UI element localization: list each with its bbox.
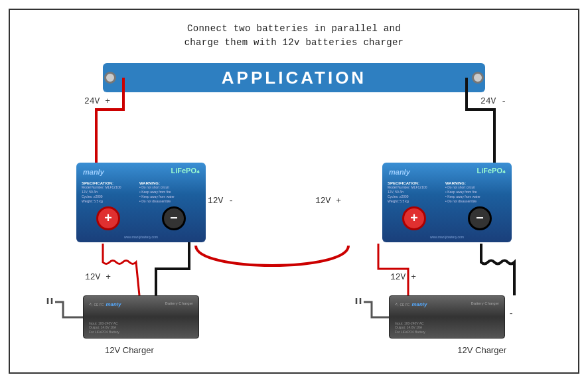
charger-label-right: 12V Charger xyxy=(457,345,506,355)
label-24v-minus: 24V - xyxy=(480,96,506,106)
battery-right-type: LiFePO₄ xyxy=(477,167,505,175)
charger-left-logo: 🔌 CE FC manly xyxy=(89,301,121,307)
wire-red-middle xyxy=(196,246,348,266)
wire-power-left xyxy=(55,302,85,317)
battery-left-type: LiFePO₄ xyxy=(171,167,199,175)
battery-left-spec: SPECIFICATION: Model Number: MLF12100 12… xyxy=(82,181,138,204)
wire-power-right xyxy=(364,302,390,317)
battery-right-brand: manly xyxy=(389,168,410,176)
wire-red-left-charger xyxy=(103,244,139,295)
ring-right xyxy=(472,72,484,84)
wire-black-right-charger xyxy=(481,244,514,295)
app-bar-area: APPLICATION xyxy=(50,63,538,92)
charger-left-title: Battery Charger xyxy=(165,301,193,305)
charger-left: 🔌 CE FC manly Battery Charger Input: 100… xyxy=(83,295,199,339)
battery-left-plus: + xyxy=(96,206,120,230)
diagram-container: Connect two batteries in parallel and ch… xyxy=(9,9,579,374)
app-bar-text: APPLICATION xyxy=(222,68,366,88)
charger-label-left: 12V Charger xyxy=(105,345,154,355)
label-24v-plus: 24V + xyxy=(84,96,110,106)
battery-left: manly LiFePO₄ SPECIFICATION: Model Numbe… xyxy=(76,163,206,242)
wire-red-right-charger xyxy=(378,244,408,295)
charger-left-specs: Input: 100-240V AC Output: 14.6V 10A For… xyxy=(89,321,119,335)
label-charger-left-plus: 12V + xyxy=(85,272,111,282)
label-12v-plus-right: 12V + xyxy=(315,196,341,206)
battery-right-warning: WARNING: • Do not short circuit • Keep a… xyxy=(445,181,508,204)
charger-right-specs: Input: 100-240V AC Output: 14.6V 10A For… xyxy=(395,321,425,335)
battery-right: manly LiFePO₄ SPECIFICATION: Model Numbe… xyxy=(382,163,512,242)
charger-right-logo: 🔌 CE FC manly xyxy=(395,301,427,307)
charger-right: 🔌 CE FC manly Battery Charger Input: 100… xyxy=(389,295,505,339)
diagram-title: Connect two batteries in parallel and ch… xyxy=(10,10,578,50)
battery-left-minus: − xyxy=(162,206,186,230)
battery-left-brand: manly xyxy=(83,168,104,176)
wire-black-left-charger xyxy=(156,242,189,295)
battery-right-spec: SPECIFICATION: Model Number: MLF12100 12… xyxy=(388,181,444,204)
app-bar: APPLICATION xyxy=(103,63,485,92)
label-charger-right-plus: 12V + xyxy=(390,272,416,282)
ring-left xyxy=(104,72,116,84)
label-12v-minus-left: 12V - xyxy=(208,196,234,206)
charger-right-title: Battery Charger xyxy=(471,301,499,305)
battery-left-warning: WARNING: • Do not short circuit • Keep a… xyxy=(139,181,202,204)
battery-right-plus: + xyxy=(402,206,426,230)
battery-right-minus: − xyxy=(468,206,492,230)
